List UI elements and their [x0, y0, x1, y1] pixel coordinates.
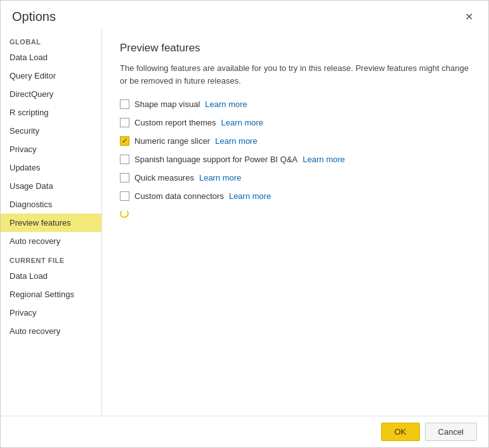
sidebar-item-auto-recovery-global[interactable]: Auto recovery — [1, 232, 101, 250]
dialog-title: Options — [12, 10, 56, 24]
feature-label-custom-data: Custom data connectors — [134, 191, 224, 201]
sidebar-item-diagnostics[interactable]: Diagnostics — [1, 195, 101, 214]
spinner-area — [120, 207, 471, 220]
sidebar-item-usage-data[interactable]: Usage Data — [1, 177, 101, 195]
checkbox-custom-report[interactable] — [120, 118, 129, 127]
checkbox-custom-data[interactable] — [120, 191, 129, 201]
learn-more-numeric-range[interactable]: Learn more — [215, 136, 257, 146]
sidebar-item-directquery[interactable]: DirectQuery — [1, 85, 101, 103]
feature-item-shape-map: Shape map visual Learn more — [120, 99, 471, 109]
learn-more-quick-measures[interactable]: Learn more — [199, 173, 241, 182]
learn-more-spanish-lang[interactable]: Learn more — [303, 155, 344, 164]
feature-item-custom-report: Custom report themes Learn more — [120, 118, 471, 127]
feature-item-numeric-range: ✓ Numeric range slicer Learn more — [120, 136, 471, 146]
sidebar-item-privacy[interactable]: Privacy — [1, 140, 101, 158]
checkbox-numeric-range[interactable]: ✓ — [120, 136, 129, 146]
dialog-footer: OK Cancel — [1, 416, 488, 447]
checkmark-icon: ✓ — [122, 138, 127, 144]
sidebar: GLOBAL Data Load Query Editor DirectQuer… — [1, 29, 102, 416]
dialog-body: GLOBAL Data Load Query Editor DirectQuer… — [1, 29, 488, 416]
sidebar-item-cf-auto-recovery[interactable]: Auto recovery — [1, 322, 101, 340]
feature-label-quick-measures: Quick measures — [134, 173, 194, 182]
feature-label-spanish-lang: Spanish language support for Power BI Q&… — [134, 155, 297, 164]
learn-more-custom-data[interactable]: Learn more — [229, 191, 271, 201]
sidebar-item-cf-regional-settings[interactable]: Regional Settings — [1, 285, 101, 304]
feature-item-custom-data: Custom data connectors Learn more — [120, 191, 471, 201]
feature-label-shape-map: Shape map visual — [134, 99, 200, 109]
main-section-title: Preview features — [120, 42, 471, 54]
sidebar-item-security[interactable]: Security — [1, 122, 101, 140]
learn-more-custom-report[interactable]: Learn more — [221, 118, 263, 127]
ok-button[interactable]: OK — [381, 423, 420, 441]
current-file-section-label: CURRENT FILE — [1, 250, 101, 267]
sidebar-item-query-editor[interactable]: Query Editor — [1, 67, 101, 85]
feature-label-numeric-range: Numeric range slicer — [134, 136, 210, 146]
sidebar-item-updates[interactable]: Updates — [1, 158, 101, 177]
feature-label-custom-report: Custom report themes — [134, 118, 216, 127]
sidebar-item-cf-data-load[interactable]: Data Load — [1, 267, 101, 285]
checkbox-quick-measures[interactable] — [120, 173, 129, 182]
global-section-label: GLOBAL — [1, 32, 101, 48]
learn-more-shape-map[interactable]: Learn more — [205, 99, 247, 109]
sidebar-item-data-load[interactable]: Data Load — [1, 48, 101, 67]
sidebar-item-cf-privacy[interactable]: Privacy — [1, 304, 101, 322]
sidebar-item-preview-features[interactable]: Preview features — [1, 214, 101, 232]
close-button[interactable]: ✕ — [461, 10, 477, 24]
checkbox-shape-map[interactable] — [120, 99, 129, 109]
dialog-header: Options ✕ — [1, 1, 488, 29]
cancel-button[interactable]: Cancel — [425, 423, 477, 441]
checkbox-spanish-lang[interactable] — [120, 155, 129, 164]
feature-list: Shape map visual Learn more Custom repor… — [120, 99, 471, 201]
loading-spinner — [120, 209, 129, 218]
main-description: The following features are available for… — [120, 62, 471, 87]
feature-item-spanish-lang: Spanish language support for Power BI Q&… — [120, 155, 471, 164]
main-content: Preview features The following features … — [102, 29, 488, 416]
feature-item-quick-measures: Quick measures Learn more — [120, 173, 471, 182]
options-dialog: Options ✕ GLOBAL Data Load Query Editor … — [0, 0, 489, 448]
sidebar-item-r-scripting[interactable]: R scripting — [1, 103, 101, 122]
